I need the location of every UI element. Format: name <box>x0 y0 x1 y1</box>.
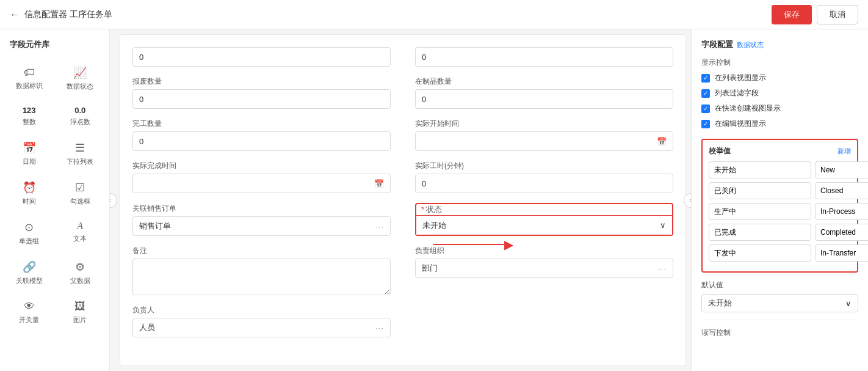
actual-end-label: 实际完成时间 <box>132 161 391 171</box>
header-title: 信息配置器 工序任务单 <box>24 9 112 20</box>
default-value-label: 默认值 <box>701 280 858 290</box>
default-value-section: 默认值 未开始 ∨ <box>701 280 858 312</box>
back-button[interactable]: ← <box>10 9 20 20</box>
actual-start-date[interactable]: 📅 <box>415 131 673 151</box>
enum-en-4[interactable] <box>815 224 868 241</box>
sidebar-item-checkbox[interactable]: ☑ 勾选框 <box>56 175 105 212</box>
scrap-qty-input[interactable] <box>132 89 391 109</box>
checkbox-list-view-label: 在列表视图显示 <box>715 73 766 83</box>
field-status: * 状态 未开始 ∨ <box>415 203 673 236</box>
sidebar-item-image[interactable]: 🖼 图片 <box>56 294 105 331</box>
integer-icon: 123 <box>23 106 36 115</box>
dept-value: 部门 <box>422 263 438 274</box>
enum-en-5[interactable] <box>815 244 868 262</box>
collapse-arrow[interactable]: ‹ <box>110 193 117 208</box>
enum-add-btn[interactable]: 新增 <box>837 147 851 156</box>
checkbox-edit-view-box[interactable] <box>701 120 710 128</box>
related-so-ref[interactable]: 销售订单 ··· <box>132 216 391 236</box>
sidebar-item-date[interactable]: 📅 日期 <box>5 135 54 172</box>
sidebar-item-integer[interactable]: 123 整数 <box>5 100 54 133</box>
header: ← 信息配置器 工序任务单 保存 取消 <box>0 0 868 29</box>
dept-ref[interactable]: 部门 ··· <box>415 259 673 278</box>
remarks-textarea[interactable] <box>132 259 391 295</box>
image-icon: 🖼 <box>74 300 85 313</box>
enum-header: 校举值 新增 <box>709 146 851 156</box>
dots-icon-3: ··· <box>375 323 384 332</box>
field-actual-end: 实际完成时间 📅 <box>132 161 391 193</box>
display-control-title: 显示控制 <box>701 57 858 68</box>
save-button[interactable]: 保存 <box>772 5 812 24</box>
sidebar-item-label: 单选组 <box>19 237 39 246</box>
field-wip-qty: 在制品数量 <box>415 76 673 109</box>
field-library-sidebar: 字段元件库 🏷 数据标识 📈 数据状态 123 整数 0.0 浮点数 📅 日期 <box>0 29 110 371</box>
read-control-section: 读写控制 <box>701 328 858 338</box>
actual-hours-input[interactable] <box>415 174 673 193</box>
enum-cn-4[interactable] <box>709 224 811 241</box>
sidebar-item-label: 数据状态 <box>67 82 93 91</box>
field-top-1 <box>132 47 391 67</box>
sidebar-item-dropdown[interactable]: ☰ 下拉列表 <box>56 135 105 172</box>
enum-en-1[interactable] <box>815 161 868 178</box>
enum-cn-1[interactable] <box>709 161 811 178</box>
actual-end-date[interactable]: 📅 <box>132 174 391 193</box>
calendar-icon: 📅 <box>657 137 667 146</box>
checkbox-list-view-box[interactable] <box>701 74 710 83</box>
sidebar-item-switch[interactable]: 👁 开关量 <box>5 294 54 331</box>
sidebar-item-label: 勾选框 <box>70 197 90 206</box>
sidebar-item-data-tag[interactable]: 🏷 数据标识 <box>5 60 54 97</box>
status-label: * 状态 <box>416 200 447 216</box>
field-actual-hours: 实际工时(分钟) <box>415 161 673 193</box>
sidebar-item-label: 父数据 <box>70 276 90 285</box>
checkbox-list-filter-box[interactable] <box>701 89 710 98</box>
chevron-down-icon-default: ∨ <box>845 299 852 308</box>
sidebar-item-parent[interactable]: ⚙ 父数据 <box>56 254 105 292</box>
relation-icon: 🔗 <box>23 260 36 274</box>
wip-qty-input[interactable] <box>415 89 673 109</box>
enum-cn-3[interactable] <box>709 203 811 220</box>
owner-ref[interactable]: 人员 ··· <box>132 318 391 337</box>
chevron-down-icon: ∨ <box>660 221 666 230</box>
checkbox-quick-create-label: 在快速创建视图显示 <box>715 103 781 114</box>
sidebar-grid: 🏷 数据标识 📈 数据状态 123 整数 0.0 浮点数 📅 日期 ☰ 下拉列 <box>5 60 104 331</box>
sidebar-item-label: 浮点数 <box>70 117 90 127</box>
panel-title: 字段配置 数据状态 <box>701 39 858 50</box>
switch-icon: 👁 <box>24 300 35 313</box>
checkbox-list-view: 在列表视图显示 <box>701 73 858 83</box>
status-select[interactable]: 未开始 ∨ <box>416 215 672 235</box>
dropdown-icon: ☰ <box>75 141 85 155</box>
top-input-1[interactable] <box>132 47 391 67</box>
form-content: 报废数量 在制品数量 完工数量 实际开始时间 📅 <box>120 34 686 366</box>
checkbox-list-filter-label: 列表过滤字段 <box>715 88 759 98</box>
sidebar-item-text[interactable]: A 文本 <box>56 215 105 252</box>
sidebar-item-radio[interactable]: ⊙ 单选组 <box>5 215 54 252</box>
checkbox-quick-create-box[interactable] <box>701 105 710 113</box>
sidebar-item-label: 开关量 <box>19 315 39 325</box>
display-control-section: 显示控制 在列表视图显示 列表过滤字段 在快速创建视图显示 在编辑视图显示 <box>701 57 858 129</box>
top-input-2[interactable] <box>415 47 673 67</box>
sidebar-item-time[interactable]: ⏰ 时间 <box>5 175 54 212</box>
calendar-icon-2: 📅 <box>374 179 384 188</box>
dept-label: 负责组织 <box>415 246 673 256</box>
header-right: 保存 取消 <box>772 5 858 24</box>
owner-label: 负责人 <box>132 305 391 315</box>
checkbox-edit-view-label: 在编辑视图显示 <box>715 119 766 129</box>
sidebar-item-relation[interactable]: 🔗 关联模型 <box>5 254 54 292</box>
sidebar-item-data-status[interactable]: 📈 数据状态 <box>56 60 105 97</box>
cancel-button[interactable]: 取消 <box>817 5 858 24</box>
actual-start-label: 实际开始时间 <box>415 119 673 129</box>
default-value-select[interactable]: 未开始 ∨ <box>701 294 858 312</box>
actual-hours-label: 实际工时(分钟) <box>415 161 673 171</box>
sidebar-item-label: 整数 <box>23 117 36 127</box>
status-value: 未开始 <box>422 220 446 231</box>
data-status-icon: 📈 <box>73 66 87 79</box>
sidebar-item-label: 下拉列表 <box>67 157 93 166</box>
completed-qty-input[interactable] <box>132 131 391 151</box>
panel-subtitle: 数据状态 <box>737 40 764 50</box>
sidebar-item-float[interactable]: 0.0 浮点数 <box>56 100 105 133</box>
enum-cn-5[interactable] <box>709 244 811 262</box>
dots-icon-2: ··· <box>658 264 667 273</box>
enum-en-3[interactable] <box>815 203 868 220</box>
field-dept: 负责组织 部门 ··· <box>415 246 673 295</box>
enum-cn-2[interactable] <box>709 182 811 199</box>
enum-en-2[interactable] <box>815 182 868 199</box>
